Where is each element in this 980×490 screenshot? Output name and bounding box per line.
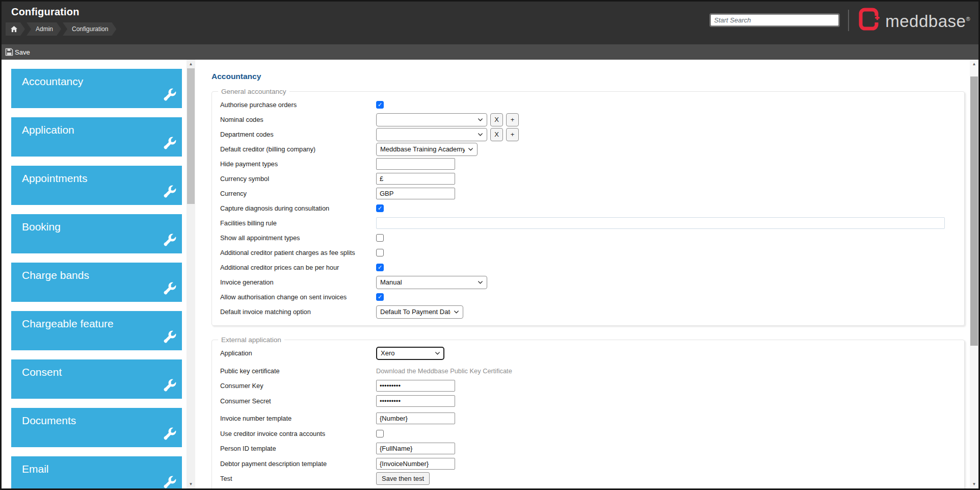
prices-per-hour-checkbox[interactable] — [376, 264, 384, 271]
sidebar-item-label: Charge bands — [22, 269, 89, 281]
field-label: Facilities billing rule — [220, 219, 376, 227]
scrollbar-thumb[interactable] — [970, 76, 978, 346]
wrench-icon — [162, 281, 177, 298]
wrench-icon — [162, 426, 177, 444]
sidebar-item-consent[interactable]: Consent — [11, 359, 182, 399]
wrench-icon — [162, 136, 177, 153]
page-scrollbar: ▲ ▼ — [970, 60, 978, 488]
field-label: Default invoice matching option — [220, 308, 376, 316]
sidebar-item-appointments[interactable]: Appointments — [11, 166, 182, 205]
field-label: Department codes — [220, 131, 376, 138]
contra-accounts-checkbox[interactable] — [376, 430, 384, 437]
scroll-down-arrow[interactable]: ▼ — [187, 480, 195, 488]
form-row: Test Save then test — [220, 471, 957, 486]
breadcrumb-admin[interactable]: Admin — [27, 22, 61, 36]
sidebar-item-documents[interactable]: Documents — [11, 408, 182, 447]
field-label: Currency symbol — [220, 175, 376, 183]
sidebar-item-label: Appointments — [22, 172, 87, 185]
field-label: Hide payment types — [220, 160, 376, 168]
public-key-download-link[interactable]: Download the Meddbase Public Key Certifi… — [376, 367, 512, 375]
brand-name: meddbase® — [885, 7, 970, 33]
breadcrumb-home[interactable] — [6, 22, 25, 36]
wrench-icon — [162, 329, 177, 347]
form-row: Additional creditor prices can be per ho… — [220, 260, 957, 275]
facilities-billing-rule-input[interactable] — [376, 217, 945, 229]
scroll-up-arrow[interactable]: ▲ — [970, 60, 978, 68]
search-input[interactable] — [710, 14, 839, 26]
department-codes-select[interactable] — [376, 128, 487, 141]
toolbar: Save — [2, 44, 978, 60]
header: Configuration Admin Configuration — [2, 2, 978, 44]
sidebar-item-charge-bands[interactable]: Charge bands — [11, 263, 182, 302]
department-codes-add-button[interactable]: + — [506, 128, 519, 141]
field-label: Consumer Secret — [220, 397, 376, 405]
capture-diagnosis-checkbox[interactable] — [376, 204, 384, 212]
invoice-generation-select[interactable]: Manual — [376, 276, 487, 289]
form-row: Consumer Key — [220, 378, 957, 394]
nominal-codes-select[interactable] — [376, 113, 487, 126]
sidebar-item-application[interactable]: Application — [11, 117, 182, 157]
registered-mark: ® — [966, 16, 970, 22]
nominal-codes-add-button[interactable]: + — [506, 113, 519, 126]
debtor-payment-template-input[interactable] — [376, 458, 455, 470]
authorise-purchase-orders-checkbox[interactable] — [376, 101, 384, 109]
sidebar-item-accountancy[interactable]: Accountancy — [11, 69, 182, 108]
fee-splits-checkbox[interactable] — [376, 249, 384, 256]
panel-scrollbar: ▲ ▼ — [187, 60, 195, 488]
hide-payment-types-input[interactable] — [376, 158, 455, 170]
form-row: Nominal codes X + — [220, 112, 957, 127]
sidebar-item-booking[interactable]: Booking — [11, 214, 182, 253]
field-label: Default creditor (billing company) — [220, 145, 376, 153]
form-row: Capture diagnosis during consultation — [220, 201, 957, 216]
form-row: Additional creditor patient charges as f… — [220, 245, 957, 260]
sidebar-item-label: Consent — [22, 366, 62, 378]
scroll-up-arrow[interactable]: ▲ — [187, 60, 195, 68]
person-id-template-input[interactable] — [376, 443, 455, 454]
invoice-matching-select[interactable]: Default To Payment Date — [376, 305, 463, 319]
field-label: Application — [220, 349, 376, 357]
currency-input[interactable] — [376, 188, 455, 199]
header-right: meddbase® — [710, 7, 970, 33]
field-label: Show all appointment types — [220, 234, 376, 242]
field-label: Public key certificate — [220, 367, 376, 375]
department-codes-clear-button[interactable]: X — [490, 128, 503, 141]
meddbase-mark-icon — [858, 7, 881, 32]
sidebar-item-label: Accountancy — [22, 75, 83, 88]
invoice-number-template-input[interactable] — [376, 412, 455, 424]
consumer-secret-input[interactable] — [376, 395, 455, 407]
fieldset-legend: General accountancy — [218, 88, 289, 95]
currency-symbol-input[interactable] — [376, 173, 455, 185]
form-row: Department codes X + — [220, 127, 957, 142]
field-label: Nominal codes — [220, 116, 376, 123]
sidebar-item-email[interactable]: Email — [11, 456, 182, 488]
external-application-fieldset: External application Application Xero Pu… — [211, 336, 965, 488]
save-then-test-button[interactable]: Save then test — [376, 472, 430, 485]
application-select[interactable]: Xero — [376, 347, 444, 360]
sidebar-item-label: Chargeable feature — [22, 318, 114, 330]
field-label: Person ID template — [220, 445, 376, 452]
main-panel: Accountancy General accountancy Authoris… — [195, 60, 970, 488]
show-all-appointment-types-checkbox[interactable] — [376, 234, 384, 242]
scrollbar-thumb[interactable] — [187, 68, 195, 204]
field-label: Currency — [220, 190, 376, 197]
allow-authorisation-change-checkbox[interactable] — [376, 293, 384, 301]
form-row: Public key certificate Download the Medd… — [220, 364, 957, 379]
nominal-codes-clear-button[interactable]: X — [490, 113, 503, 126]
default-creditor-select[interactable]: Meddbase Training Academy — [376, 143, 478, 156]
configuration-window: Configuration Admin Configuration — [0, 0, 980, 490]
consumer-key-input[interactable] — [376, 380, 455, 392]
field-label: Debtor payment description template — [220, 460, 376, 468]
section-title: Accountancy — [211, 72, 965, 81]
wrench-icon — [162, 475, 177, 488]
sidebar: Accountancy Application Appointments Boo… — [2, 60, 187, 488]
wrench-icon — [162, 87, 177, 105]
scroll-down-arrow[interactable]: ▼ — [970, 480, 978, 488]
form-row: Use creditor invoice contra accounts — [220, 426, 957, 442]
save-button[interactable]: Save — [4, 47, 33, 57]
form-row: Consumer Secret — [220, 394, 957, 409]
sidebar-item-chargeable-feature[interactable]: Chargeable feature — [11, 311, 182, 350]
form-row: Currency symbol — [220, 171, 957, 186]
save-label: Save — [15, 48, 30, 56]
home-icon — [10, 25, 18, 33]
breadcrumb-configuration[interactable]: Configuration — [63, 22, 116, 36]
